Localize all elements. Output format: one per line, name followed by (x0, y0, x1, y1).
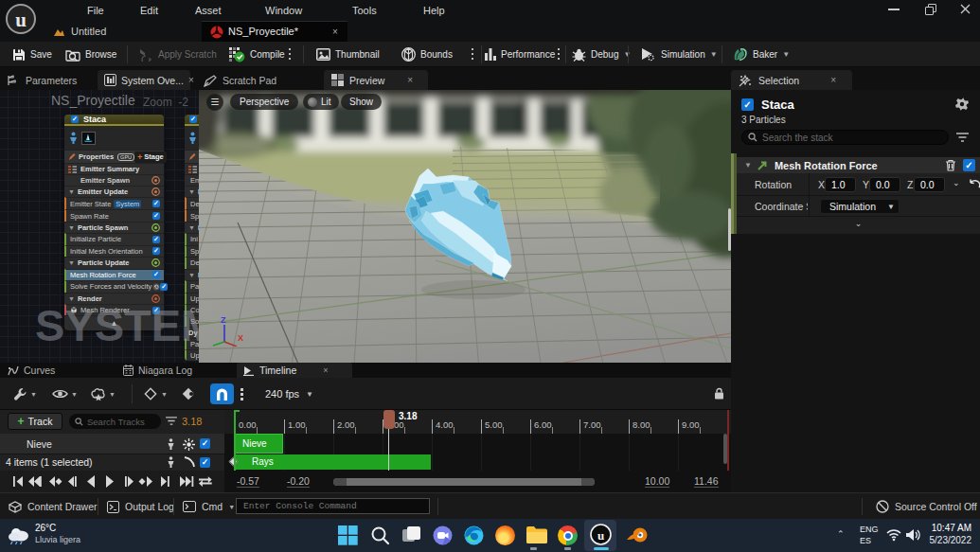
svg-text:X: X (238, 333, 243, 343)
svg-text:Z: Z (221, 315, 226, 325)
svg-text:u: u (597, 528, 604, 543)
